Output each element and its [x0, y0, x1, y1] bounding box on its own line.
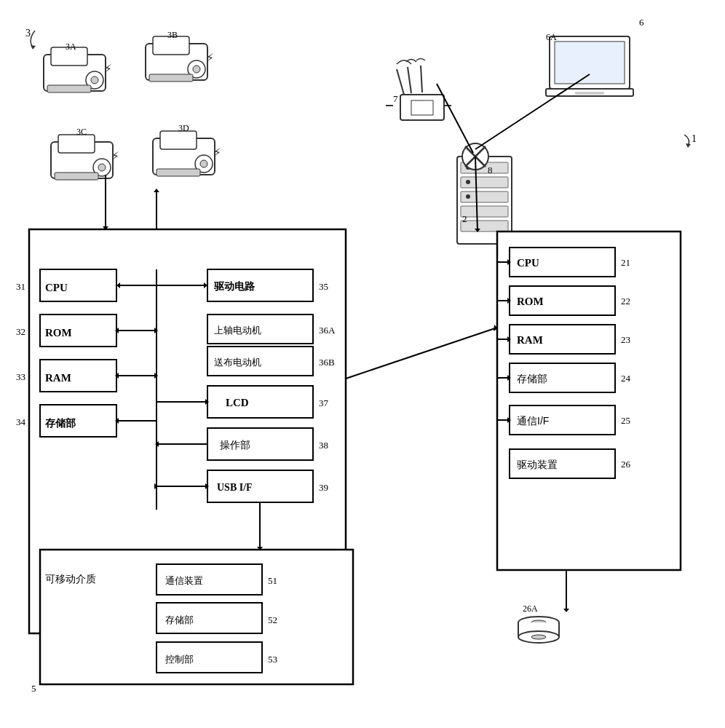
svg-rect-40 [461, 221, 508, 232]
svg-text:8: 8 [488, 165, 493, 175]
svg-text:21: 21 [621, 257, 630, 268]
svg-text:39: 39 [319, 482, 328, 493]
svg-text:52: 52 [268, 614, 277, 625]
main-svg: ⚡ ⚡ ⚡ ⚡ [0, 0, 725, 728]
svg-text:驱动装置: 驱动装置 [517, 459, 558, 470]
svg-text:⚡: ⚡ [213, 144, 221, 159]
svg-text:31: 31 [16, 281, 25, 292]
svg-marker-170 [31, 45, 36, 50]
svg-rect-62 [207, 386, 313, 418]
svg-text:1: 1 [692, 133, 697, 144]
cpu-main-text: CPU [45, 282, 68, 293]
svg-text:34: 34 [16, 416, 26, 427]
svg-marker-171 [686, 143, 691, 148]
svg-text:可移动介质: 可移动介质 [45, 573, 96, 585]
svg-text:33: 33 [16, 371, 25, 382]
svg-text:存储部: 存储部 [165, 614, 194, 625]
svg-rect-10 [149, 74, 193, 82]
svg-text:32: 32 [16, 326, 25, 337]
svg-text:操作部: 操作部 [220, 439, 250, 451]
svg-text:3D: 3D [178, 123, 189, 133]
svg-text:6A: 6A [546, 32, 557, 42]
svg-text:3C: 3C [76, 127, 87, 137]
svg-text:USB I/F: USB I/F [217, 482, 253, 493]
svg-text:3: 3 [25, 28, 31, 39]
svg-text:25: 25 [621, 415, 630, 426]
svg-text:⚡: ⚡ [104, 60, 112, 76]
svg-text:通信I/F: 通信I/F [517, 415, 549, 427]
svg-text:RAM: RAM [45, 372, 71, 384]
svg-rect-39 [461, 206, 508, 217]
svg-rect-4 [47, 85, 91, 92]
svg-text:通信装置: 通信装置 [165, 575, 203, 586]
svg-text:上轴电动机: 上轴电动机 [214, 325, 261, 336]
svg-rect-25 [411, 100, 433, 115]
svg-point-48 [531, 635, 546, 639]
svg-text:22: 22 [621, 296, 630, 306]
svg-line-26 [397, 69, 404, 95]
svg-marker-110 [563, 609, 569, 612]
svg-point-42 [466, 180, 470, 184]
svg-rect-16 [55, 173, 98, 180]
svg-text:驱动电路: 驱动电路 [213, 280, 255, 292]
svg-text:ROM: ROM [517, 296, 544, 307]
svg-text:CPU: CPU [517, 257, 539, 269]
svg-text:存储部: 存储部 [517, 373, 547, 384]
svg-point-9 [193, 66, 200, 73]
svg-text:26A: 26A [523, 604, 538, 614]
svg-text:6: 6 [639, 17, 644, 28]
diagram-container: ⚡ ⚡ ⚡ ⚡ [0, 0, 725, 728]
svg-rect-32 [555, 41, 625, 84]
svg-text:RAM: RAM [517, 334, 543, 346]
svg-text:⚡: ⚡ [111, 148, 119, 163]
svg-line-27 [408, 67, 411, 93]
svg-rect-22 [157, 169, 200, 176]
svg-text:36B: 36B [319, 357, 335, 368]
svg-point-21 [200, 160, 207, 167]
svg-text:⚡: ⚡ [206, 50, 214, 65]
svg-text:送布电动机: 送布电动机 [214, 357, 261, 368]
svg-text:ROM: ROM [45, 327, 72, 339]
svg-rect-92 [497, 232, 681, 570]
svg-line-111 [346, 328, 497, 379]
svg-text:5: 5 [31, 683, 36, 694]
svg-rect-34 [575, 92, 604, 95]
svg-point-15 [98, 164, 106, 171]
svg-text:38: 38 [319, 440, 328, 451]
svg-point-43 [466, 194, 470, 199]
svg-text:53: 53 [268, 654, 277, 665]
svg-text:24: 24 [621, 373, 631, 384]
svg-text:26: 26 [621, 459, 631, 470]
svg-text:23: 23 [621, 334, 630, 345]
svg-text:36A: 36A [319, 325, 336, 336]
svg-rect-19 [160, 131, 197, 149]
svg-line-28 [421, 66, 422, 92]
svg-text:2: 2 [462, 213, 467, 224]
svg-text:3A: 3A [66, 41, 76, 52]
svg-text:7: 7 [393, 93, 398, 104]
svg-text:控制部: 控制部 [165, 654, 194, 665]
svg-rect-13 [58, 135, 95, 153]
svg-line-116 [475, 74, 590, 149]
svg-text:35: 35 [319, 281, 328, 292]
svg-text:LCD: LCD [226, 397, 249, 408]
svg-text:51: 51 [268, 575, 277, 586]
svg-text:37: 37 [319, 397, 329, 408]
svg-point-3 [91, 76, 98, 84]
svg-marker-85 [154, 189, 159, 192]
svg-text:3B: 3B [167, 30, 178, 40]
svg-text:存储部: 存储部 [44, 417, 76, 429]
